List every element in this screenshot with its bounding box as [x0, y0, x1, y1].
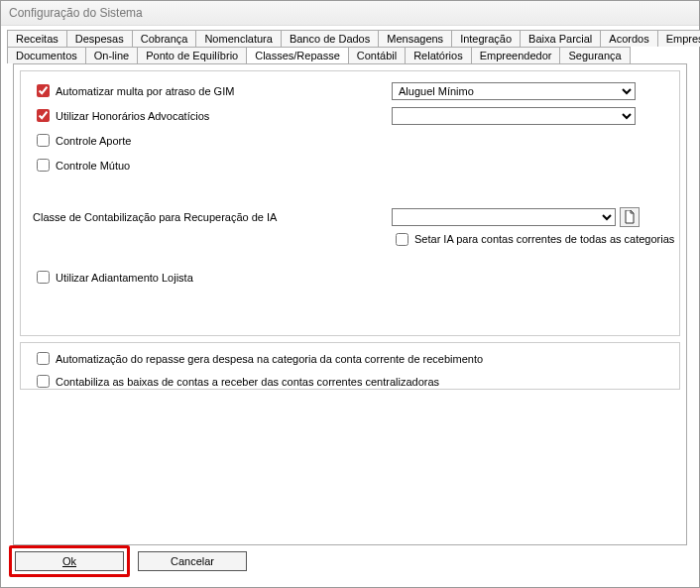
sel-aluguel-minimo[interactable]: Aluguel Mínimo — [392, 82, 636, 100]
tab-integracao[interactable]: Integração — [451, 30, 521, 47]
chk-controle-aporte[interactable] — [37, 134, 50, 147]
tab-content: Automatizar multa por atraso de GIM Alug… — [13, 63, 687, 545]
tab-banco-de-dados[interactable]: Banco de Dados — [281, 30, 379, 47]
tabs-area: Receitas Despesas Cobrança Nomenclatura … — [7, 30, 693, 545]
empty-space — [14, 396, 686, 544]
panel-options-1: Automatizar multa por atraso de GIM Alug… — [20, 70, 680, 336]
btn-document-icon[interactable] — [620, 207, 640, 227]
lbl-contabiliza-baixas: Contabiliza as baixas de contas a recebe… — [56, 376, 439, 388]
lbl-setar-ia: Setar IA para contas correntes de todas … — [414, 233, 674, 245]
lbl-honorarios: Utilizar Honorários Advocatícios — [56, 110, 209, 122]
chk-controle-mutuo[interactable] — [37, 159, 50, 172]
chk-auto-repasse[interactable] — [37, 352, 50, 365]
tab-mensagens[interactable]: Mensagens — [378, 30, 452, 47]
tab-online[interactable]: On-line — [85, 47, 138, 63]
lbl-auto-multa-gim: Automatizar multa por atraso de GIM — [56, 85, 234, 97]
tab-empresa[interactable]: Empresa — [657, 30, 700, 47]
lbl-controle-mutuo: Controle Mútuo — [56, 160, 130, 172]
lbl-controle-aporte: Controle Aporte — [56, 135, 131, 147]
tab-contabil[interactable]: Contábil — [348, 47, 406, 63]
ok-button[interactable]: Ok — [15, 551, 124, 571]
sel-honorarios[interactable] — [392, 107, 636, 125]
tab-seguranca[interactable]: Segurança — [559, 47, 630, 63]
chk-auto-multa-gim[interactable] — [37, 84, 50, 97]
button-bar: Ok Cancelar — [9, 545, 247, 577]
cancel-label: Cancelar — [171, 555, 214, 567]
tab-relatorios[interactable]: Relatórios — [405, 47, 472, 63]
ok-label: Ok — [62, 555, 76, 567]
tab-ponto-equilibrio[interactable]: Ponto de Equilíbrio — [137, 47, 247, 63]
panel-options-2: Automatização do repasse gera despesa na… — [20, 342, 680, 390]
ok-highlight: Ok — [9, 545, 130, 577]
lbl-auto-repasse: Automatização do repasse gera despesa na… — [56, 353, 483, 365]
chk-adiantamento-lojista[interactable] — [37, 271, 50, 284]
chk-setar-ia[interactable] — [396, 233, 408, 246]
sel-classe-ia[interactable] — [392, 208, 616, 226]
chk-contabiliza-baixas[interactable] — [37, 375, 50, 388]
tab-baixa-parcial[interactable]: Baixa Parcial — [520, 30, 601, 47]
tab-empreendedor[interactable]: Empreendedor — [471, 47, 561, 63]
tab-nomenclatura[interactable]: Nomenclatura — [195, 30, 281, 47]
cancel-button[interactable]: Cancelar — [138, 551, 247, 571]
tab-acordos[interactable]: Acordos — [600, 30, 657, 47]
lbl-adiantamento-lojista: Utilizar Adiantamento Lojista — [56, 272, 193, 284]
tab-receitas[interactable]: Receitas — [7, 30, 67, 47]
lbl-classe-ia: Classe de Contabilização para Recuperaçã… — [33, 211, 277, 223]
tab-row-1: Receitas Despesas Cobrança Nomenclatura … — [7, 30, 693, 47]
document-icon — [624, 210, 636, 224]
tab-cobranca[interactable]: Cobrança — [132, 30, 197, 47]
chk-honorarios[interactable] — [37, 109, 50, 122]
config-window: Configuração do Sistema Receitas Despesa… — [0, 0, 700, 588]
window-title: Configuração do Sistema — [1, 1, 699, 26]
tab-row-2: Documentos On-line Ponto de Equilíbrio C… — [7, 47, 693, 63]
tab-despesas[interactable]: Despesas — [66, 30, 133, 47]
tab-classes-repasse[interactable]: Classes/Repasse — [246, 47, 349, 63]
tab-documentos[interactable]: Documentos — [7, 47, 86, 63]
